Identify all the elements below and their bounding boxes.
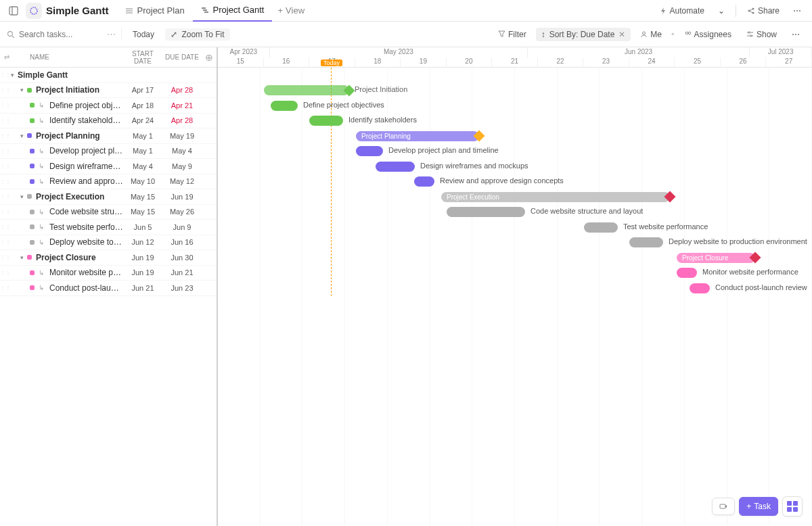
task-row[interactable]: ⋮⋮ ↳ Review and approve design concepts …	[0, 174, 217, 190]
task-bar[interactable]: Define project objectives	[271, 101, 298, 111]
task-row[interactable]: ⋮⋮ ↳ Conduct post-launch review Jun 21 J…	[0, 281, 217, 296]
sort-chip[interactable]: ↕ Sort By: Due Date ✕	[536, 28, 631, 41]
start-date[interactable]: Jun 19	[123, 268, 162, 277]
gantt-row[interactable]: Deploy website to production environment	[218, 235, 812, 251]
gantt-row[interactable]: Project Closure	[218, 250, 812, 266]
add-view-button[interactable]: + View	[272, 5, 310, 16]
task-row[interactable]: ⋮⋮ ↳ Define project objectives Apr 18 Ap…	[0, 98, 217, 114]
gantt-body[interactable]: Today Project InitiationDefine project o…	[218, 68, 812, 296]
caret-icon[interactable]: ▾	[20, 87, 27, 93]
group-bar[interactable]: Project Closure	[677, 253, 755, 263]
gantt-row[interactable]: Conduct post-launch review	[218, 281, 812, 296]
gantt-row[interactable]: Project Initiation	[218, 83, 812, 99]
gantt-row[interactable]: Monitor website performance	[218, 266, 812, 281]
drag-handle-icon[interactable]: ⋮⋮	[0, 239, 5, 245]
drag-handle-icon[interactable]: ⋮⋮	[0, 148, 5, 154]
task-row[interactable]: ⋮⋮ ▾ Project Closure Jun 19 Jun 30	[0, 250, 217, 266]
task-bar[interactable]: Code website structure and layout	[447, 207, 525, 217]
due-date[interactable]: Apr 21	[162, 101, 202, 110]
gantt-row[interactable]: Project Execution	[218, 189, 812, 205]
task-row[interactable]: ⋮⋮ ↳ Develop project plan and timeline M…	[0, 144, 217, 160]
due-date[interactable]: Jun 21	[162, 268, 202, 277]
task-bar[interactable]: Develop project plan and timeline	[356, 146, 383, 156]
drag-handle-icon[interactable]: ⋮⋮	[0, 178, 5, 185]
start-date[interactable]: Jun 19	[123, 254, 162, 262]
group-bar[interactable]: Project Execution	[441, 192, 670, 202]
due-date[interactable]: Jun 16	[162, 238, 202, 246]
filter-button[interactable]: Filter	[493, 28, 532, 41]
start-date[interactable]: Jun 21	[123, 284, 162, 292]
new-task-button[interactable]: + Task	[739, 497, 778, 516]
due-date[interactable]: Jun 23	[162, 284, 202, 292]
gantt-row[interactable]	[218, 68, 812, 83]
gantt-row[interactable]: Identify stakeholders	[218, 114, 812, 129]
start-date[interactable]: Jun 5	[123, 223, 162, 231]
start-date[interactable]: Apr 24	[123, 116, 162, 124]
due-date[interactable]: Jun 19	[162, 193, 202, 201]
due-date[interactable]: May 4	[162, 147, 202, 155]
expand-all-icon[interactable]: ⇄	[0, 53, 14, 61]
start-date[interactable]: May 4	[123, 162, 162, 170]
assignees-button[interactable]: Assignees	[679, 28, 737, 41]
drag-handle-icon[interactable]: ⋮⋮	[0, 118, 5, 124]
drag-handle-icon[interactable]: ⋮⋮	[0, 254, 5, 260]
share-button[interactable]: Share	[742, 3, 785, 18]
due-date[interactable]: May 12	[162, 177, 202, 185]
due-date[interactable]: Apr 28	[162, 116, 202, 124]
task-bar[interactable]: Monitor website performance	[677, 268, 697, 278]
gantt-row[interactable]: Develop project plan and timeline	[218, 144, 812, 160]
start-date[interactable]: May 1	[123, 147, 162, 155]
caret-icon[interactable]: ▾	[20, 193, 27, 200]
search-input[interactable]	[19, 30, 87, 39]
due-date[interactable]: May 19	[162, 132, 202, 140]
start-date[interactable]: Apr 17	[123, 86, 162, 94]
drag-handle-icon[interactable]: ⋮⋮	[0, 270, 5, 276]
task-row[interactable]: ⋮⋮ ▾ Project Execution May 15 Jun 19	[0, 189, 217, 205]
start-date[interactable]: May 1	[123, 132, 162, 140]
task-row[interactable]: ⋮⋮ ↳ Monitor website performance Jun 19 …	[0, 266, 217, 281]
task-row[interactable]: ⋮⋮ ↳ Design wireframes and mockups May 4…	[0, 159, 217, 174]
gantt-row[interactable]: Design wireframes and mockups	[218, 159, 812, 174]
start-date[interactable]: May 10	[123, 177, 162, 185]
task-bar[interactable]: Conduct post-launch review	[690, 283, 710, 293]
task-row[interactable]: ⋮⋮ ↳ Deploy website to production enviro…	[0, 235, 217, 251]
drag-handle-icon[interactable]: ⋮⋮	[0, 285, 5, 291]
gantt-row[interactable]: Code website structure and layout	[218, 205, 812, 220]
due-date[interactable]: Jun 30	[162, 254, 202, 262]
group-bar[interactable]: Project Planning	[356, 131, 479, 141]
automate-button[interactable]: Automate	[654, 3, 710, 18]
column-start[interactable]: Start Date	[123, 50, 162, 65]
caret-icon[interactable]: ▾	[20, 254, 27, 261]
start-date[interactable]: Jun 12	[123, 238, 162, 246]
column-due[interactable]: Due Date	[162, 53, 202, 61]
drag-handle-icon[interactable]: ⋮⋮	[0, 224, 5, 230]
gantt-row[interactable]: Project Planning	[218, 128, 812, 144]
group-bar[interactable]: Project Initiation	[264, 85, 349, 95]
caret-icon[interactable]: ▾	[11, 72, 18, 78]
drag-handle-icon[interactable]: ⋮⋮	[0, 193, 5, 199]
gantt-row[interactable]: Define project objectives	[218, 98, 812, 114]
start-date[interactable]: May 15	[123, 208, 162, 216]
drag-handle-icon[interactable]: ⋮⋮	[0, 209, 5, 215]
tab-project-gantt[interactable]: Project Gantt	[193, 0, 273, 22]
task-bar[interactable]: Deploy website to production environment	[629, 237, 663, 247]
sort-clear-icon[interactable]: ✕	[618, 30, 625, 39]
task-bar[interactable]: Review and approve design concepts	[414, 176, 434, 187]
task-row[interactable]: ⋮⋮ ▾ Project Initiation Apr 17 Apr 28	[0, 83, 217, 99]
zoom-to-fit-button[interactable]: ⤢ Zoom To Fit	[165, 28, 229, 41]
record-button[interactable]	[712, 498, 735, 515]
start-date[interactable]: May 15	[123, 193, 162, 201]
more-menu[interactable]: ⋯	[788, 3, 807, 18]
due-date[interactable]: Apr 28	[162, 86, 202, 94]
drag-handle-icon[interactable]: ⋮⋮	[0, 87, 5, 93]
task-row[interactable]: ⋮⋮ ▾ Project Planning May 1 May 19	[0, 128, 217, 144]
drag-handle-icon[interactable]: ⋮⋮	[0, 163, 5, 169]
drag-handle-icon[interactable]: ⋮⋮	[0, 102, 5, 108]
start-date[interactable]: Apr 18	[123, 101, 162, 110]
task-row[interactable]: ⋮⋮ ↳ Test website performance Jun 5 Jun …	[0, 220, 217, 235]
caret-icon[interactable]: ▾	[20, 133, 27, 139]
gantt-row[interactable]: Test website performance	[218, 220, 812, 235]
task-row[interactable]: ⋮⋮ ↳ Code website structure and layout M…	[0, 205, 217, 220]
sidebar-toggle-icon[interactable]	[5, 3, 22, 19]
toolbar-more[interactable]: ⋯	[786, 28, 805, 41]
